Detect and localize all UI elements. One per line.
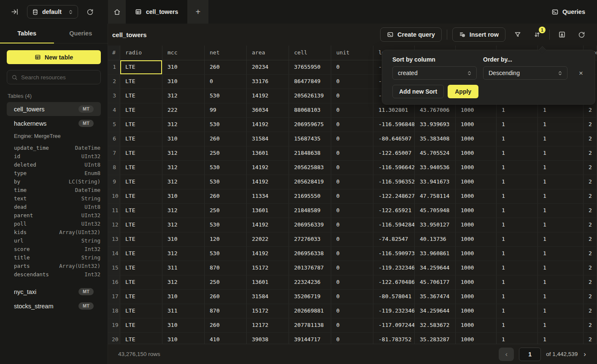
sidebar-item-nyc-taxi[interactable]: nyc_taxi MT [7,285,101,299]
table-cell[interactable]: 201376787 [289,261,331,275]
column-header[interactable]: net [205,46,247,60]
table-cell[interactable]: 1 [497,103,538,117]
table-cell[interactable]: 206956338 [289,247,331,261]
table-cell[interactable]: LTE [120,261,162,275]
table-cell[interactable]: LTE [120,275,162,289]
table-cell[interactable]: 1000 [456,161,497,175]
table-cell[interactable]: 312 [162,275,205,289]
table-cell[interactable]: 31584 [247,290,289,304]
table-cell[interactable]: 0 [331,132,373,146]
table-cell[interactable]: 1 [538,146,583,160]
table-cell[interactable]: 530 [205,175,247,189]
table-cell[interactable]: 260 [205,189,247,203]
table-cell[interactable]: 2 [583,146,597,160]
table-cell[interactable]: 1 [538,103,583,117]
table-cell[interactable]: 35.383408 [415,132,456,146]
table-cell[interactable]: 2 [583,290,597,304]
apply-sort-button[interactable]: Apply [448,85,478,98]
table-cell[interactable]: 12172 [247,318,289,332]
table-cell[interactable]: 0 [331,275,373,289]
table-cell[interactable]: 14192 [247,89,289,103]
tab-cell-towers[interactable]: cell_towers [126,0,187,24]
table-cell[interactable]: 2 [583,118,597,132]
table-cell[interactable]: 250 [205,204,247,218]
table-cell[interactable]: 2 [583,232,597,246]
search-input[interactable] [21,74,96,81]
table-cell[interactable]: 40.13736 [415,232,456,246]
table-cell[interactable]: LTE [120,103,162,117]
table-cell[interactable]: 1 [538,189,583,203]
table-cell[interactable]: 1 [538,290,583,304]
table-cell[interactable]: 13601 [247,204,289,218]
new-table-button[interactable]: New table [7,50,101,64]
table-cell[interactable]: -116.596642 [373,161,415,175]
table-cell[interactable]: 1000 [456,333,497,344]
previous-page-button[interactable]: ‹ [499,348,514,361]
table-cell[interactable]: LTE [120,290,162,304]
table-cell[interactable]: 33.941673 [415,175,456,189]
table-cell[interactable]: 2 [583,333,597,344]
table-cell[interactable]: LTE [120,247,162,261]
table-cell[interactable]: 1 [497,189,538,203]
table-cell[interactable]: 2 [583,261,597,275]
sidebar-item-stocks-stream[interactable]: stocks_stream MT [7,299,101,313]
table-cell[interactable]: 2 [583,218,597,232]
column-header[interactable]: area [247,46,289,60]
table-cell[interactable]: 0 [331,189,373,203]
table-cell[interactable]: -119.232346 [373,261,415,275]
table-cell[interactable]: 1000 [456,304,497,318]
table-cell[interactable]: LTE [120,204,162,218]
table-cell[interactable]: 1 [538,132,583,146]
table-cell[interactable]: 2 [583,103,597,117]
table-cell[interactable]: 1 [538,232,583,246]
page-number-input[interactable] [519,348,541,361]
sidebar-tab-queries[interactable]: Queries [54,24,108,43]
table-cell[interactable]: 1 [497,132,538,146]
table-cell[interactable]: -119.232346 [373,304,415,318]
table-cell[interactable]: 0 [331,290,373,304]
filter-button[interactable] [511,27,525,42]
table-cell[interactable]: 1 [538,118,583,132]
table-cell[interactable]: -122.65921 [373,204,415,218]
collapse-sidebar-button[interactable] [8,5,21,18]
table-cell[interactable]: 1 [497,175,538,189]
table-cell[interactable]: 1000 [456,232,497,246]
table-cell[interactable]: 27276033 [289,232,331,246]
table-cell[interactable]: 1 [538,261,583,275]
table-cell[interactable]: 0 [331,118,373,132]
refresh-databases-button[interactable] [84,5,97,18]
download-button[interactable] [555,27,569,42]
sidebar-item-cell-towers[interactable]: cell_towers MT [7,102,101,116]
sort-button[interactable]: 1 [530,27,544,42]
table-cell[interactable]: LTE [120,304,162,318]
table-cell[interactable]: 33.950127 [415,218,456,232]
table-cell[interactable]: 21848638 [289,146,331,160]
table-cell[interactable]: 14192 [247,175,289,189]
table-cell[interactable]: LTE [120,218,162,232]
table-cell[interactable]: 1000 [456,189,497,203]
remove-sort-button[interactable]: × [579,70,583,77]
table-cell[interactable]: 2 [583,204,597,218]
table-cell[interactable]: 39144717 [289,333,331,344]
table-cell[interactable]: 14192 [247,218,289,232]
table-cell[interactable]: 37655950 [289,60,331,74]
table-cell[interactable]: 47.758114 [415,189,456,203]
table-cell[interactable]: 2 [583,318,597,332]
table-cell[interactable]: 1 [497,261,538,275]
column-header[interactable]: cell [289,46,331,60]
table-cell[interactable]: LTE [120,232,162,246]
table-cell[interactable]: 21848589 [289,204,331,218]
table-cell[interactable]: 15172 [247,261,289,275]
table-cell[interactable]: 0 [331,218,373,232]
table-cell[interactable]: 35.283287 [415,333,456,344]
sidebar-item-hackernews[interactable]: hackernews MT [7,116,101,130]
table-cell[interactable]: 45.706177 [415,275,456,289]
table-cell[interactable]: 312 [162,247,205,261]
table-cell[interactable]: -122.248627 [373,189,415,203]
table-cell[interactable]: 1000 [456,146,497,160]
table-cell[interactable]: 311 [162,304,205,318]
table-cell[interactable]: 14192 [247,118,289,132]
table-cell[interactable]: 1 [538,275,583,289]
table-cell[interactable]: -117.097244 [373,318,415,332]
table-cell[interactable]: 310 [162,232,205,246]
